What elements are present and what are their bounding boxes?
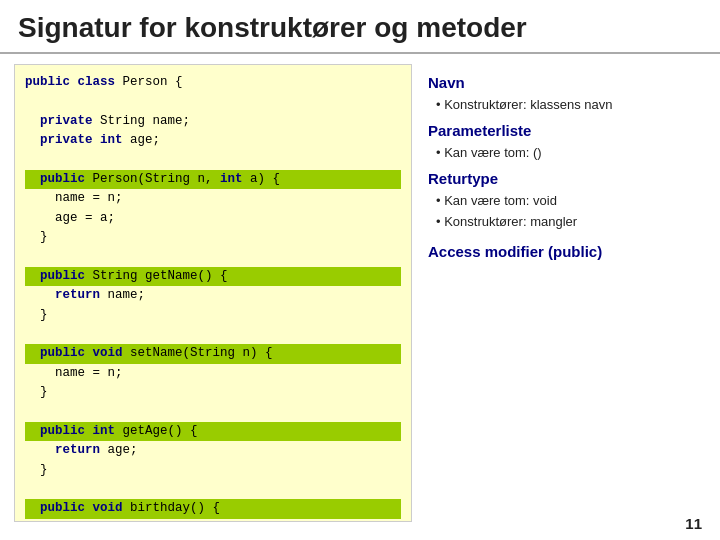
returtype-title: Returtype	[428, 170, 706, 187]
kan-vaere-tom-bullet: • Kan være tom: ()	[436, 145, 706, 160]
konstruktorer2-bullet: • Konstruktører: mangler	[436, 214, 706, 229]
navn-title: Navn	[428, 74, 706, 91]
code-line-17: public void birthday() {	[25, 499, 401, 518]
code-line-12: name = n;	[25, 364, 401, 383]
slide-title: Signatur for konstruktører og metoder	[0, 0, 720, 54]
code-line-blank3	[25, 247, 401, 266]
access-modifier-title: Access modifier (public)	[428, 243, 706, 260]
code-line-4: public Person(String n, int a) {	[25, 170, 401, 189]
code-panel: public class Person { private String nam…	[14, 64, 412, 522]
konstruktorer-bullet: • Konstruktører: klassens navn	[436, 97, 706, 112]
code-line-15: return age;	[25, 441, 401, 460]
info-panel: Navn • Konstruktører: klassens navn Para…	[428, 64, 706, 522]
code-line-blank6	[25, 480, 401, 499]
code-line-18: age= age + 1;	[25, 519, 401, 522]
code-line-8: public String getName() {	[25, 267, 401, 286]
parameterliste-title: Parameterliste	[428, 122, 706, 139]
code-line-9: return name;	[25, 286, 401, 305]
code-line-5: name = n;	[25, 189, 401, 208]
code-line-11: public void setName(String n) {	[25, 344, 401, 363]
code-line-13: }	[25, 383, 401, 402]
code-line-14: public int getAge() {	[25, 422, 401, 441]
code-line-6: age = a;	[25, 209, 401, 228]
code-line-16: }	[25, 461, 401, 480]
code-line-1: public class Person {	[25, 73, 401, 92]
code-line-7: }	[25, 228, 401, 247]
content-area: public class Person { private String nam…	[0, 54, 720, 532]
page-number: 11	[685, 515, 702, 532]
code-line-3: private int age;	[25, 131, 401, 150]
code-line-2: private String name;	[25, 112, 401, 131]
kan-vaere-tom2-bullet: • Kan være tom: void	[436, 193, 706, 208]
code-line-blank2	[25, 151, 401, 170]
code-line-blank1	[25, 92, 401, 111]
code-line-blank4	[25, 325, 401, 344]
slide: Signatur for konstruktører og metoder pu…	[0, 0, 720, 540]
code-line-blank5	[25, 402, 401, 421]
code-line-10: }	[25, 306, 401, 325]
